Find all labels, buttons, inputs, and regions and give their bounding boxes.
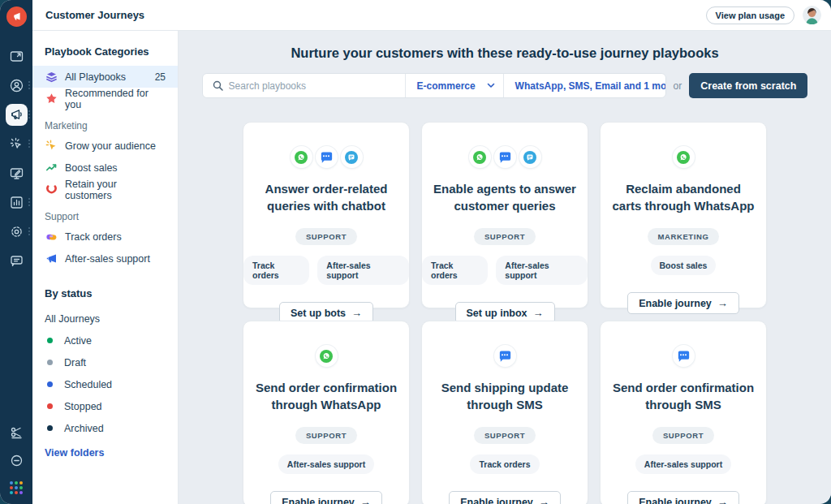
drag-handle-icon <box>28 140 30 141</box>
chat-icon <box>341 146 363 168</box>
chat-icon <box>519 146 541 168</box>
sidebar-section-label: Support <box>32 211 178 222</box>
playbook-card: Send shipping update through SMS SUPPORT… <box>421 321 588 504</box>
sidebar-item-label: Boost sales <box>65 162 118 174</box>
sidebar-item-retain-your-customers[interactable]: Retain your customers <box>32 179 178 200</box>
rail-settings-icon[interactable] <box>0 220 32 243</box>
by-status-heading: By status <box>32 287 178 299</box>
channel-icons <box>493 345 518 367</box>
star-icon <box>45 93 58 106</box>
sidebar-item-after-sales-support[interactable]: After-sales support <box>32 248 178 269</box>
enable-journey-button[interactable]: Enable journey→ <box>270 491 382 504</box>
app-rail <box>0 0 32 504</box>
whatsapp-icon <box>469 146 491 168</box>
sidebar-item-status-active[interactable]: Active <box>32 330 178 351</box>
status-dot-active <box>47 338 53 343</box>
enable-journey-button[interactable]: Enable journey→ <box>449 491 561 504</box>
rail-feedback-icon[interactable] <box>0 449 32 472</box>
rail-landing-pages-icon[interactable] <box>0 162 32 184</box>
view-folders-link[interactable]: View folders <box>32 447 178 459</box>
create-from-scratch-button[interactable]: Create from scratch <box>689 73 807 98</box>
search-playbooks-field[interactable] <box>203 74 405 97</box>
playbook-card: Enable agents to answer customer queries… <box>421 122 588 308</box>
playbook-card: Send order confirmation through WhatsApp… <box>243 321 410 504</box>
playbook-title: Reclaim abandoned carts through WhatsApp <box>601 180 766 214</box>
playbook-card: Answer order-related queries with chatbo… <box>243 122 410 308</box>
rail-image-icon[interactable] <box>0 45 32 67</box>
tag-badge: Track orders <box>243 256 309 285</box>
enable-journey-button[interactable]: Enable journey→ <box>627 491 739 504</box>
grow-sparkle-icon <box>45 140 58 153</box>
sms-icon <box>316 146 338 168</box>
sidebar-item-recommended[interactable]: Recommended for you <box>32 88 178 110</box>
whatsapp-icon <box>673 146 695 168</box>
tag-badge: After-sales support <box>635 454 731 474</box>
sidebar-item-boost-sales[interactable]: Boost sales <box>32 157 178 179</box>
tag-badge: After-sales support <box>317 256 409 285</box>
sidebar-item-status-draft[interactable]: Draft <box>32 351 178 373</box>
page-title: Customer Journeys <box>45 9 144 21</box>
sidebar-heading: Playbook Categories <box>32 45 178 58</box>
category-badge: SUPPORT <box>474 228 536 245</box>
status-dot-archived <box>47 425 53 431</box>
status-label: Stopped <box>64 401 102 412</box>
user-avatar[interactable] <box>803 6 821 24</box>
whatsapp-icon <box>291 146 312 168</box>
sidebar-item-all-journeys[interactable]: All Journeys <box>32 308 178 330</box>
arrow-right-icon: → <box>533 307 544 319</box>
playbook-sidebar: Playbook Categories All Playbooks 25 Rec… <box>32 31 179 504</box>
main-heading: Nurture your customers with these ready-… <box>179 45 831 61</box>
playbook-card: Reclaim abandoned carts through WhatsApp… <box>600 122 767 308</box>
rail-app-switcher-icon[interactable] <box>0 476 32 499</box>
channel-icons <box>671 345 696 367</box>
tag-badge: Track orders <box>422 256 488 285</box>
customer-journeys-app: Customer Journeys View plan usage Playbo… <box>0 0 831 504</box>
freshworks-logo-icon[interactable] <box>6 6 27 27</box>
magnet-icon <box>45 183 58 196</box>
rail-analytics-icon[interactable] <box>0 191 32 213</box>
sidebar-item-status-stopped[interactable]: Stopped <box>32 395 178 417</box>
arrow-right-icon: → <box>539 496 549 504</box>
rail-automation-icon[interactable] <box>0 132 32 155</box>
status-dot-stopped <box>47 403 53 409</box>
status-label: Draft <box>64 357 86 368</box>
channel-filter-dropdown[interactable]: WhatsApp, SMS, Email and 1 more <box>504 74 665 97</box>
rail-conversations-icon[interactable] <box>0 249 32 272</box>
category-filter-dropdown[interactable]: E-commerce <box>406 74 503 97</box>
sidebar-item-all-playbooks[interactable]: All Playbooks 25 <box>32 66 178 88</box>
tag-badge: After-sales support <box>496 256 588 285</box>
sidebar-item-track-orders[interactable]: Track orders <box>32 226 178 248</box>
search-input[interactable] <box>229 80 395 92</box>
channel-icons <box>467 146 543 168</box>
sidebar-item-grow-your-audience[interactable]: Grow your audience <box>32 135 178 157</box>
drag-handle-icon <box>28 81 30 83</box>
status-label: Archived <box>64 423 104 434</box>
tag-badge: Track orders <box>470 454 539 474</box>
arrow-right-icon: → <box>717 496 728 504</box>
channel-icons <box>289 146 364 168</box>
enable-journey-button[interactable]: Enable journey→ <box>627 292 739 314</box>
rail-journeys-megaphone-icon[interactable] <box>0 103 32 126</box>
sms-icon <box>494 146 516 168</box>
view-plan-usage-button[interactable]: View plan usage <box>706 6 794 24</box>
channel-icons <box>671 146 696 168</box>
status-dot-draft <box>47 360 53 365</box>
sidebar-item-status-archived[interactable]: Archived <box>32 417 178 439</box>
trend-up-icon <box>45 162 58 174</box>
playbook-title: Send order confirmation through SMS <box>601 379 766 413</box>
category-badge: MARKETING <box>648 228 720 245</box>
sidebar-item-status-scheduled[interactable]: Scheduled <box>32 373 178 395</box>
megaphone-blue-icon <box>45 252 58 265</box>
tag-badge: After-sales support <box>278 454 374 474</box>
sidebar-item-label: After-sales support <box>65 253 150 265</box>
rail-contacts-icon[interactable] <box>0 74 32 97</box>
rail-selected-indicator <box>6 104 28 126</box>
drag-handle-icon <box>28 227 30 229</box>
category-badge: SUPPORT <box>652 427 714 444</box>
chevron-down-icon <box>487 83 495 88</box>
rail-tools-icon[interactable] <box>0 421 32 444</box>
package-icon <box>45 230 58 243</box>
drag-handle-icon <box>28 110 30 112</box>
category-badge: SUPPORT <box>295 228 357 245</box>
channel-filter-value: WhatsApp, SMS, Email and 1 more <box>515 80 666 92</box>
